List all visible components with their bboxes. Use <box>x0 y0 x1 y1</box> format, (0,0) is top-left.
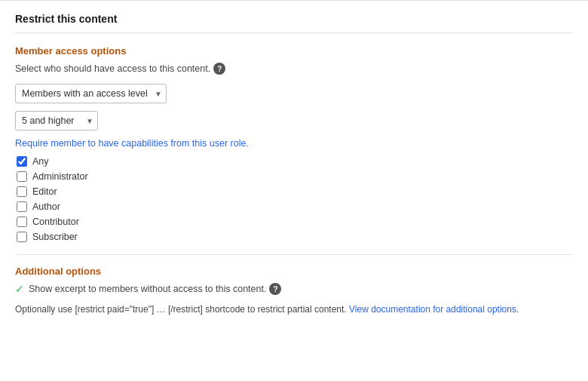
checkbox-contributor-label[interactable]: Contributor <box>32 217 79 227</box>
checkbox-any[interactable] <box>17 156 27 167</box>
footer-documentation-link[interactable]: View documentation for additional option… <box>349 304 516 315</box>
show-excerpt-checkmark-icon: ✓ <box>15 283 24 295</box>
checkbox-author[interactable] <box>17 201 27 212</box>
capability-note: Require member to have capabilities from… <box>15 138 573 149</box>
access-level-number-select[interactable]: 5 and higher 1 and higher 2 and higher 3… <box>15 111 98 131</box>
additional-options-section: Additional options ✓ Show excerpt to mem… <box>15 254 573 316</box>
panel-title: Restrict this content <box>15 13 573 33</box>
checkbox-item-contributor: Contributor <box>17 217 573 227</box>
checkbox-any-label[interactable]: Any <box>32 156 49 167</box>
access-description-text: Select who should have access to this co… <box>15 63 210 74</box>
show-excerpt-label: Show excerpt to members without access t… <box>29 284 266 294</box>
checkbox-subscriber-label[interactable]: Subscriber <box>32 232 78 242</box>
checkbox-author-label[interactable]: Author <box>32 201 60 212</box>
checkbox-editor-label[interactable]: Editor <box>32 186 57 197</box>
show-excerpt-help-icon[interactable]: ? <box>269 283 281 295</box>
checkbox-item-subscriber: Subscriber <box>17 232 573 242</box>
restrict-content-panel: Restrict this content Member access opti… <box>0 0 588 328</box>
checkbox-item-administrator: Administrator <box>17 171 573 182</box>
checkbox-editor[interactable] <box>17 186 27 197</box>
checkbox-item-any: Any <box>17 156 573 167</box>
user-role-checkbox-group: Any Administrator Editor Author Contribu… <box>17 156 573 242</box>
checkbox-item-editor: Editor <box>17 186 573 197</box>
access-level-type-select[interactable]: Members with an access level All members… <box>15 84 167 103</box>
show-excerpt-row: ✓ Show excerpt to members without access… <box>15 283 573 295</box>
member-access-section-title: Member access options <box>15 45 573 57</box>
access-level-number-wrapper: 5 and higher 1 and higher 2 and higher 3… <box>15 111 98 131</box>
checkbox-administrator-label[interactable]: Administrator <box>32 171 88 182</box>
checkbox-administrator[interactable] <box>17 171 27 182</box>
checkbox-item-author: Author <box>17 201 573 212</box>
capability-note-text: Require member to have capabilities from… <box>15 138 249 149</box>
additional-options-title: Additional options <box>15 266 573 277</box>
access-help-icon[interactable]: ? <box>213 63 225 75</box>
checkbox-contributor[interactable] <box>17 217 27 227</box>
access-description: Select who should have access to this co… <box>15 63 573 75</box>
member-access-section: Member access options Select who should … <box>15 45 573 242</box>
checkbox-subscriber[interactable] <box>17 232 27 242</box>
footer-note-prefix: Optionally use [restrict paid="true"] … … <box>15 304 347 315</box>
show-excerpt-text-container: Show excerpt to members without access t… <box>29 283 281 295</box>
access-level-type-wrapper: Members with an access level All members… <box>15 84 167 103</box>
footer-note: Optionally use [restrict paid="true"] … … <box>15 303 573 316</box>
